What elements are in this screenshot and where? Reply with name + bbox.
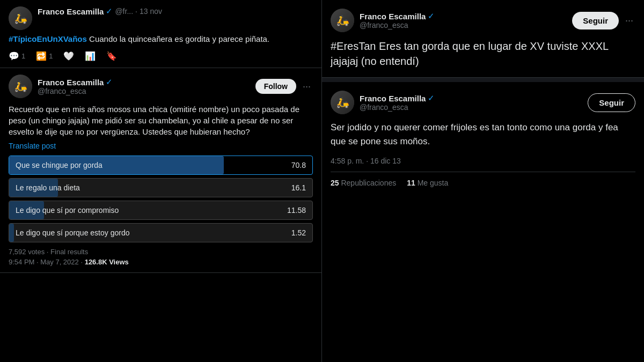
right-tweet-header-1: 🛵 Franco Escamilla ✓ @franco_esca Seguir… (331, 9, 635, 32)
right-tweet-time: 4:58 p. m. · 16 dic 13 (331, 157, 635, 172)
tweet-header-2: 🛵 Franco Escamilla ✓ @franco_esca Follow… (9, 75, 313, 98)
right-tweet-stats: 25 Republicaciones 11 Me gusta (331, 179, 635, 187)
verified-icon-1: ✓ (106, 6, 113, 16)
more-button-2[interactable]: ··· (301, 81, 313, 92)
profile-icon-r2: 🛵 (336, 96, 349, 109)
views-icon-1: 📊 (85, 51, 96, 61)
poll-footer: 7,592 votes · Final results (9, 248, 313, 256)
username-2: Franco Escamilla (38, 78, 104, 87)
tweet-actions-1: 💬 1 🔁 1 🤍 📊 🔖 (9, 49, 313, 63)
profile-icon-r1: 🛵 (336, 14, 349, 27)
republicaciones-count: 25 (331, 179, 339, 187)
tweet-footer-2: 9:54 PM · May 7, 2022 · 126.8K Views (9, 258, 313, 266)
tweet-card-1: 🛵 Franco Escamilla ✓ @fr... · 13 nov #Tí… (0, 0, 321, 68)
poll-option-4[interactable]: Le digo que sí porque estoy gordo 1.52 (9, 223, 313, 242)
verified-icon-2: ✓ (106, 77, 113, 87)
right-tweet-1: 🛵 Franco Escamilla ✓ @franco_esca Seguir… (322, 0, 644, 78)
date-1: · (135, 7, 137, 16)
me-gusta-label: Me gusta (418, 179, 449, 187)
tweet-date-1: 13 nov (140, 7, 162, 16)
avatar-r1: 🛵 (331, 9, 354, 32)
tweet-card-2: 🛵 Franco Escamilla ✓ @franco_esca Follow… (0, 68, 321, 273)
handle-r1: @franco_esca (360, 21, 435, 29)
username-r1: Franco Escamilla (360, 12, 426, 21)
poll-option-3[interactable]: Le digo que sí por compromiso 11.58 (9, 201, 313, 220)
right-seguir-area-1: Seguir ··· (572, 12, 635, 29)
poll-label-4: Le digo que sí porque estoy gordo (9, 228, 285, 237)
poll-pct-1: 70.8 (285, 161, 312, 169)
right-tweet-header-2: 🛵 Franco Escamilla ✓ @franco_esca Seguir (331, 91, 635, 114)
tweet-meta-1: Franco Escamilla ✓ @fr... · 13 nov (38, 6, 313, 16)
handle-2: @franco_esca (38, 87, 113, 95)
avatar-1: 🛵 (9, 6, 32, 30)
handle-r2: @franco_esca (360, 103, 435, 112)
poll-votes: 7,592 votes (9, 248, 45, 256)
verified-icon-r1: ✓ (428, 11, 435, 21)
right-panel: 🛵 Franco Escamilla ✓ @franco_esca Seguir… (322, 0, 644, 362)
poll-pct-3: 11.58 (281, 206, 312, 215)
seguir-button-2[interactable]: Seguir (588, 93, 635, 112)
reply-btn-1[interactable]: 💬 1 (9, 51, 25, 61)
hashtag-1: #TípicoEnUnXVaños (9, 34, 87, 43)
username-r2: Franco Escamilla (360, 94, 426, 103)
like-btn-1[interactable]: 🤍 (63, 51, 74, 61)
poll-option-1[interactable]: Que se chingue por gorda 70.8 (9, 156, 313, 175)
right-tweet-2: 🛵 Franco Escamilla ✓ @franco_esca Seguir… (322, 82, 644, 196)
tweet2-actions: Follow ··· (255, 79, 313, 94)
reply-count-1: 1 (21, 52, 25, 60)
poll-option-2[interactable]: Le regalo una dieta 16.1 (9, 178, 313, 197)
tweet-body-1: Cuando la quinceañera es gordita y parec… (89, 34, 269, 43)
republicaciones-label: Republicaciones (341, 179, 396, 187)
poll: Que se chingue por gorda 70.8 Le regalo … (9, 156, 313, 242)
profile-icon-2: 🛵 (14, 80, 27, 93)
republicaciones: 25 Republicaciones (331, 179, 396, 187)
footer-time: 9:54 PM · May 7, 2022 · (9, 258, 83, 266)
poll-pct-2: 16.1 (285, 183, 312, 192)
panel-divider (322, 78, 644, 82)
poll-label-1: Que se chingue por gorda (9, 161, 285, 169)
bookmark-icon-1: 🔖 (106, 51, 117, 61)
hashtag-r1: #EresTan (331, 40, 376, 52)
footer-views: 126.8K Views (85, 258, 129, 266)
heart-icon-1: 🤍 (63, 51, 74, 61)
translate-link[interactable]: Translate post (9, 142, 313, 150)
retweet-count-1: 1 (49, 52, 53, 60)
right-tweet-text-1: #EresTan Eres tan gorda que en lugar de … (331, 39, 635, 69)
poll-label-2: Le regalo una dieta (9, 183, 285, 192)
avatar-2: 🛵 (9, 75, 32, 98)
username-1: Franco Escamilla (38, 7, 104, 16)
me-gusta: 11 Me gusta (407, 179, 448, 187)
poll-pct-4: 1.52 (285, 228, 312, 237)
user-info-r1: Franco Escamilla ✓ @franco_esca (360, 11, 435, 29)
poll-label-3: Le digo que sí por compromiso (9, 206, 281, 215)
verified-icon-r2: ✓ (428, 93, 435, 103)
more-btn-r1[interactable]: ··· (623, 15, 635, 26)
follow-button[interactable]: Follow (255, 79, 296, 94)
me-gusta-count: 11 (407, 179, 415, 187)
retweet-btn-1[interactable]: 🔁 1 (36, 51, 53, 61)
right-seguir-area-2: Seguir (588, 93, 635, 112)
bookmark-btn-1[interactable]: 🔖 (106, 51, 117, 61)
tweet-header-1: 🛵 Franco Escamilla ✓ @fr... · 13 nov (9, 6, 313, 30)
avatar-r2: 🛵 (331, 91, 354, 114)
tweet-text-1: #TípicoEnUnXVaños Cuando la quinceañera … (9, 33, 313, 45)
poll-status: Final results (50, 248, 88, 256)
right-tweet-body-2: Ser jodido y no querer comer frijoles es… (331, 121, 635, 148)
poll-separator: · (47, 248, 50, 256)
views-btn-1[interactable]: 📊 (85, 51, 96, 61)
seguir-button-1[interactable]: Seguir (572, 12, 619, 29)
tweet-body-2: Recuerdo que en mis años mosos una chica… (9, 104, 313, 137)
profile-icon-1: 🛵 (14, 12, 27, 25)
handle-1: @fr... (115, 7, 133, 16)
retweet-icon-1: 🔁 (36, 51, 47, 61)
user-info-r2: Franco Escamilla ✓ @franco_esca (360, 93, 435, 112)
left-panel: 🛵 Franco Escamilla ✓ @fr... · 13 nov #Tí… (0, 0, 322, 362)
reply-icon-1: 💬 (9, 51, 19, 61)
user-info-2: Franco Escamilla ✓ @franco_esca (38, 77, 113, 95)
